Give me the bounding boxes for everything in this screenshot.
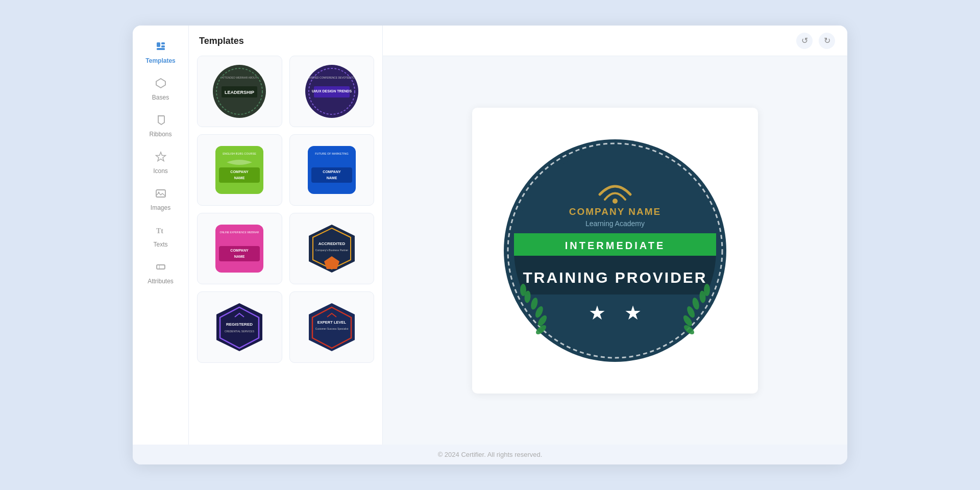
svg-text:FUTURE OF MARKETING: FUTURE OF MARKETING [315,152,349,155]
svg-text:Company's Business Partner: Company's Business Partner [315,249,349,252]
svg-text:ACCREDITED: ACCREDITED [318,241,346,246]
svg-text:ATTENDED WEBINAR ABOUT: ATTENDED WEBINAR ABOUT [222,76,257,79]
svg-text:NAME: NAME [326,176,337,180]
template-card-3[interactable]: COMPANY NAME ENGLISH B1/B1 COURSE [197,134,282,206]
svg-rect-1 [161,42,165,44]
templates-icon [155,41,166,55]
svg-text:REGISTERED: REGISTERED [226,322,253,327]
undo-button[interactable]: ↺ [796,33,813,49]
sidebar-label-attributes: Attributes [148,278,174,285]
svg-text:Learning Academy: Learning Academy [585,219,645,228]
attributes-icon: { } [155,261,166,276]
preview-toolbar: ↺ ↻ [383,26,847,56]
template-card-1[interactable]: LEADERSHIP ATTENDED WEBINAR ABOUT [197,56,282,127]
templates-title: Templates [197,36,374,46]
bases-icon [155,78,166,92]
preview-panel: ↺ ↻ [383,26,847,445]
sidebar-item-texts[interactable]: Tt Texts [133,217,188,253]
redo-icon: ↻ [824,36,830,45]
svg-text:EXPERT LEVEL: EXPERT LEVEL [317,320,347,325]
icons-icon [155,151,166,165]
svg-text:Tt: Tt [156,227,163,235]
svg-text:COMPANY: COMPANY [231,249,249,252]
svg-text:ONLINE EXPERIENCE WEBINAR: ONLINE EXPERIENCE WEBINAR [220,231,259,234]
template-grid: LEADERSHIP ATTENDED WEBINAR ABOUT UI/UX … [197,56,374,363]
svg-text:NAME: NAME [234,255,245,258]
template-card-7[interactable]: REGISTERED CREDENTIAL SERVICES [197,291,282,363]
svg-text:★: ★ [589,302,606,324]
sidebar-item-icons[interactable]: Icons [133,144,188,180]
sidebar-label-images: Images [151,204,170,211]
template-card-5[interactable]: COMPANY NAME ONLINE EXPERIENCE WEBINAR [197,213,282,284]
footer: © 2024 Certifier. All rights reserved. [133,445,847,464]
template-card-4[interactable]: COMPANY NAME FUTURE OF MARKETING [289,134,375,206]
svg-text:COMPANY: COMPANY [231,170,249,174]
svg-text:CREDENTIAL SERVICES: CREDENTIAL SERVICES [225,330,255,333]
sidebar-item-ribbons[interactable]: Ribbons [133,107,188,143]
svg-rect-6 [156,190,165,197]
sidebar-label-ribbons: Ribbons [149,131,172,138]
ribbons-icon [155,114,166,129]
svg-text:★: ★ [624,302,642,324]
svg-text:ENGLISH B1/B1 COURSE: ENGLISH B1/B1 COURSE [223,152,256,155]
sidebar-item-bases[interactable]: Bases [133,70,188,106]
undo-icon: ↺ [801,36,808,45]
badge-preview-svg: COMPANY NAME Learning Academy INTERMEDIA… [498,133,732,368]
svg-point-74 [704,284,710,296]
templates-panel: Templates LEADERSHIP ATTENDED WEBINAR AB… [189,26,383,445]
sidebar-item-attributes[interactable]: { } Attributes [133,254,188,290]
sidebar-label-bases: Bases [152,94,169,101]
svg-text:LEADERSHIP: LEADERSHIP [225,90,254,95]
svg-marker-4 [156,79,165,88]
images-icon [155,188,166,202]
svg-text:NAME: NAME [234,176,245,180]
svg-rect-2 [161,45,165,47]
svg-text:COMPANY: COMPANY [323,170,341,174]
sidebar-label-icons: Icons [153,167,168,175]
svg-text:COMPANY NAME: COMPANY NAME [569,206,662,217]
template-card-2[interactable]: UI/UX DESIGN TRENDS VISITED CONFERENCE D… [289,56,375,127]
svg-text:INTERMEDIATE: INTERMEDIATE [565,240,666,251]
redo-button[interactable]: ↻ [819,33,835,49]
svg-text:Customer Success Specialist: Customer Success Specialist [315,327,348,330]
sidebar-item-templates[interactable]: Templates [133,34,188,69]
sidebar-label-texts: Texts [153,241,167,248]
svg-text:{ }: { } [158,265,165,270]
template-card-6[interactable]: ACCREDITED Company's Business Partner [289,213,375,284]
sidebar: Templates Bases Ribbons [133,26,189,445]
svg-text:TRAINING PROVIDER: TRAINING PROVIDER [523,269,707,286]
svg-text:VISITED CONFERENCE DEVOTED TO: VISITED CONFERENCE DEVOTED TO [309,76,355,79]
sidebar-item-images[interactable]: Images [133,181,188,216]
preview-canvas: COMPANY NAME Learning Academy INTERMEDIA… [383,56,847,445]
svg-text:UI/UX DESIGN TRENDS: UI/UX DESIGN TRENDS [312,89,352,93]
texts-icon: Tt [155,225,166,239]
svg-point-68 [520,284,526,296]
sidebar-label-templates: Templates [145,57,175,64]
footer-text: © 2024 Certifier. All rights reserved. [438,451,543,458]
main-layout: Templates Bases Ribbons [133,26,847,445]
svg-point-7 [158,192,159,193]
template-card-8[interactable]: EXPERT LEVEL Customer Success Specialist [289,291,375,363]
badge-preview-box: COMPANY NAME Learning Academy INTERMEDIA… [472,108,758,394]
app-container: Templates Bases Ribbons [133,26,847,464]
svg-rect-3 [157,48,165,50]
svg-marker-41 [216,303,262,351]
svg-point-52 [612,199,618,204]
svg-rect-0 [157,42,160,47]
svg-marker-5 [156,152,165,161]
